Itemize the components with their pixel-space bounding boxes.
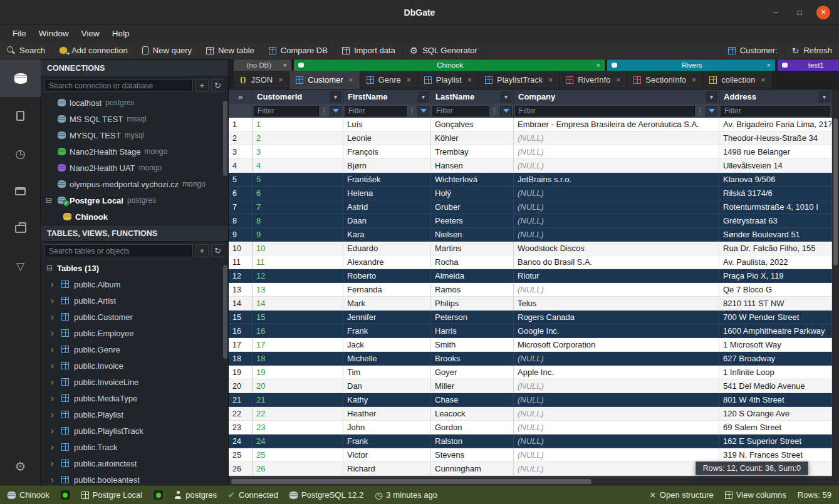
row-number[interactable]: 1 [229,118,253,131]
cell-firstname[interactable]: Roberto [343,269,431,283]
cell-address[interactable]: 1498 rue Bélanger [719,145,832,159]
cell-firstname[interactable]: Kara [343,228,431,242]
cell-company[interactable]: JetBrains s.r.o. [514,173,719,187]
cell-customerid[interactable]: 11 [253,255,343,269]
connections-scrollbar[interactable] [223,101,227,176]
toolbar-button-new-table[interactable]: New table [199,42,262,59]
row-number[interactable]: 3 [229,145,253,159]
row-number[interactable]: 18 [229,352,253,366]
table-item-public-invoice[interactable]: ›public.Invoice [41,357,228,374]
cell-lastname[interactable]: Goyer [431,366,514,379]
cell-address[interactable]: 700 W Pender Street [719,311,832,324]
cell-customerid[interactable]: 23 [253,421,343,435]
cell-lastname[interactable]: Smith [431,338,514,352]
cell-firstname[interactable]: František [343,173,431,187]
row-number[interactable]: 20 [229,379,253,393]
tables-search-input[interactable] [44,244,193,257]
cell-customerid[interactable]: 5 [253,173,343,187]
status-postgresql-12-2[interactable]: PostgreSQL 12.2 [289,490,363,500]
db-group-tab-rivers[interactable]: Rivers× [607,59,775,71]
cell-firstname[interactable]: Victor [343,448,431,462]
grid-horizontal-scrollbar[interactable] [229,478,832,485]
cell-address[interactable]: Rua Dr. Falcão Filho, 155 [719,242,832,255]
cell-address[interactable]: Klanova 9/506 [719,173,832,187]
toolbar-button-customer[interactable]: Customer: [721,42,784,59]
cell-address[interactable]: Praça Pio X, 119 [719,269,832,283]
cell-address[interactable]: 1 Microsoft Way [719,338,832,352]
activity-database-icon[interactable] [0,59,41,97]
cell-company[interactable]: (NULL) [514,200,719,214]
menu-item-file[interactable]: File [6,27,33,40]
cell-firstname[interactable]: Eduardo [343,242,431,255]
cell-lastname[interactable]: Almeida [431,269,514,283]
activity-briefcase-icon[interactable] [0,210,41,247]
tab-sectioninfo[interactable]: SectionInfo× [627,71,703,89]
row-number[interactable]: 12 [229,269,253,283]
filter-input-address[interactable] [721,106,830,116]
column-menu-button[interactable]: ▾ [706,91,717,102]
connection-item-nano2health-stage[interactable]: Nano2Health Stagemongo [41,143,228,160]
activity-history-icon[interactable]: ◷ [0,135,41,172]
cell-address[interactable]: Ullevålsveien 14 [719,159,832,173]
filter-menu-icon[interactable]: ⋮ [491,106,499,115]
filter-funnel-button[interactable] [500,106,512,116]
toolbar-button-import-data[interactable]: Import data [335,42,403,59]
row-number[interactable]: 26 [229,462,253,476]
cell-firstname[interactable]: Frank [343,435,431,448]
cell-firstname[interactable]: Astrid [343,200,431,214]
menu-item-view[interactable]: View [75,27,106,40]
refresh-connections-button[interactable]: ↻ [211,79,224,92]
db-group-tab-chinook[interactable]: Chinook× [294,59,605,71]
close-tab-icon[interactable]: × [349,76,353,85]
column-header-customerid[interactable]: CustomerId▾ [253,90,343,104]
cell-address[interactable]: 627 Broadway [719,352,832,366]
row-number[interactable]: 5 [229,173,253,187]
cell-customerid[interactable]: 8 [253,214,343,228]
status-3-minutes-ago[interactable]: ◷3 minutes ago [375,490,437,500]
cell-customerid[interactable]: 4 [253,159,343,173]
filter-menu-icon[interactable]: ⋮ [320,106,328,115]
cell-company[interactable]: (NULL) [514,187,719,200]
toolbar-button-add-connection[interactable]: Add connection [53,42,135,59]
toolbar-button-new-query[interactable]: New query [135,42,199,59]
cell-company[interactable]: Woodstock Discos [514,242,719,255]
db-group-tab-test1[interactable]: test1× [778,59,839,71]
cell-lastname[interactable]: Leacock [431,407,514,421]
cell-customerid[interactable]: 16 [253,324,343,338]
cell-lastname[interactable]: Chase [431,393,514,407]
cell-customerid[interactable]: 6 [253,187,343,200]
row-number[interactable]: 4 [229,159,253,173]
filter-input-customerid[interactable] [254,106,319,116]
cell-lastname[interactable]: Cunningham [431,462,514,476]
cell-company[interactable]: (NULL) [514,214,719,228]
cell-company[interactable]: (NULL) [514,159,719,173]
cell-firstname[interactable]: Mark [343,297,431,311]
cell-customerid[interactable]: 15 [253,311,343,324]
cell-lastname[interactable]: Peterson [431,311,514,324]
tab-riverinfo[interactable]: RiverInfo× [560,71,627,89]
row-number[interactable]: 10 [229,242,253,255]
cell-company[interactable]: (NULL) [514,462,719,476]
cell-company[interactable]: (NULL) [514,352,719,366]
filter-menu-icon[interactable]: ⋮ [408,106,416,115]
cell-lastname[interactable]: Ramos [431,283,514,297]
row-number[interactable]: 23 [229,421,253,435]
grid-vertical-scrollbar[interactable] [832,90,839,478]
cell-firstname[interactable]: Alexandre [343,255,431,269]
cell-customerid[interactable]: 22 [253,407,343,421]
cell-address[interactable]: 319 N. Frances Street [719,448,832,462]
cell-address[interactable]: 1 Infinite Loop [719,366,832,379]
close-tab-icon[interactable]: × [407,76,411,85]
filter-funnel-button[interactable] [417,106,429,116]
cell-customerid[interactable]: 12 [253,269,343,283]
cell-lastname[interactable]: Brooks [431,352,514,366]
cell-customerid[interactable]: 3 [253,145,343,159]
tab-playlisttrack[interactable]: PlaylistTrack× [479,71,560,89]
table-item-public-employee[interactable]: ›public.Employee [41,325,228,341]
table-item-public-artist[interactable]: ›public.Artist [41,292,228,309]
close-tab-icon[interactable]: × [283,61,287,69]
cell-company[interactable]: (NULL) [514,448,719,462]
filter-menu-icon[interactable]: ⋮ [696,106,704,115]
cell-lastname[interactable]: Ralston [431,435,514,448]
row-number[interactable]: 25 [229,448,253,462]
